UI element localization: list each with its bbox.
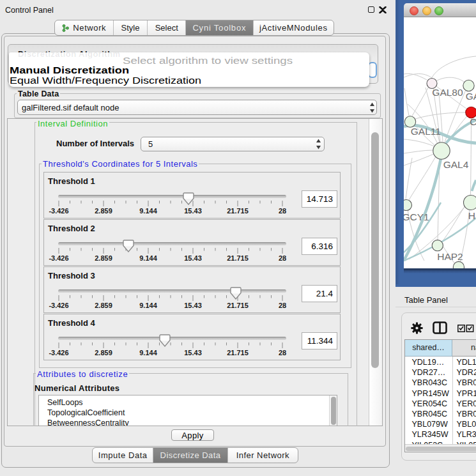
svg-text:HI: HI bbox=[468, 210, 476, 221]
svg-text:GA: GA bbox=[466, 91, 476, 102]
svg-text:GAL11: GAL11 bbox=[411, 126, 441, 137]
svg-text:GCY1: GCY1 bbox=[404, 211, 429, 222]
svg-text:GAL4: GAL4 bbox=[443, 159, 469, 170]
svg-text:HAP2: HAP2 bbox=[437, 251, 463, 262]
svg-text:CY: CY bbox=[470, 116, 476, 127]
svg-text:GAL80: GAL80 bbox=[432, 87, 463, 98]
